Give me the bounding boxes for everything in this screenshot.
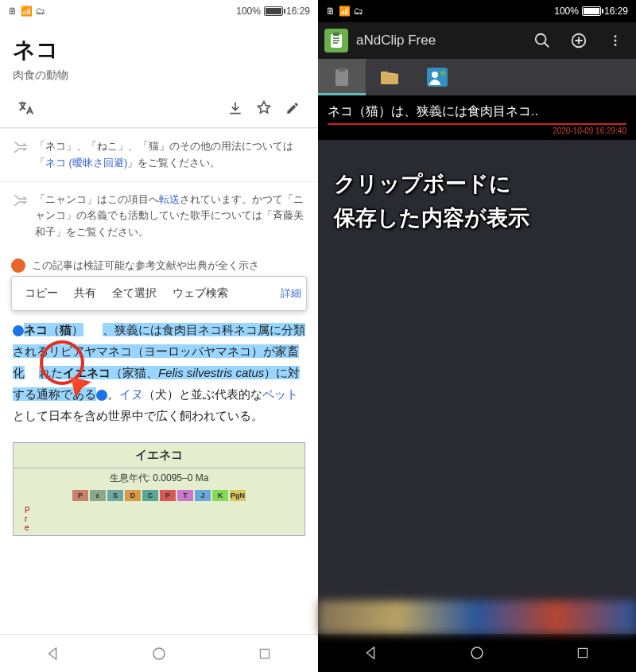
web-search-button[interactable]: ウェブ検索: [165, 283, 236, 304]
clip-text: ネコ（猫）は、狭義には食肉目ネコ..: [328, 103, 626, 120]
geo-cell: T: [177, 490, 193, 501]
search-button[interactable]: [528, 26, 556, 55]
translate-button[interactable]: [11, 94, 40, 122]
hatnote-disambig: 「ネコ」、「ねこ」、「猫」のその他の用法については「ネコ (曖昧さ回避)」をご覧…: [0, 128, 318, 181]
svg-rect-9: [335, 69, 348, 86]
back-button[interactable]: [355, 637, 387, 669]
battery-pct: 100%: [554, 6, 579, 17]
svg-point-7: [615, 40, 617, 42]
svg-point-6: [615, 35, 617, 37]
battery-icon: [582, 6, 601, 16]
detail-link[interactable]: 詳細: [281, 286, 301, 301]
geologic-timescale: PεSDCPTJKPgN: [14, 488, 304, 503]
clock: 16:29: [286, 6, 310, 17]
wifi-icon: 📶: [21, 6, 33, 17]
tab-clipboard[interactable]: [318, 59, 366, 95]
svg-rect-15: [579, 648, 588, 657]
clock: 16:29: [604, 6, 628, 17]
infobox-pre: Pre: [14, 503, 304, 535]
geo-cell: C: [142, 490, 158, 501]
warning-icon: [11, 258, 25, 273]
select-all-button[interactable]: 全て選択: [104, 283, 165, 304]
doc-icon: 🗎: [8, 6, 17, 17]
link-inu[interactable]: イヌ: [119, 387, 143, 401]
app-icon: [324, 29, 348, 52]
svg-point-13: [440, 71, 445, 76]
hatnote-text: 「ニャンコ」はこの項目へ転送されています。かつて「ニャンコ」の名義でも活動してい…: [35, 192, 307, 241]
article-toolbar: [0, 89, 318, 128]
verification-warning: この記事は検証可能な参考文献や出典が全く示さ: [0, 251, 318, 273]
warning-text: この記事は検証可能な参考文献や出典が全く示さ: [32, 258, 307, 273]
geo-cell: S: [107, 490, 123, 501]
battery-icon: [264, 6, 283, 16]
geo-cell: D: [125, 490, 141, 501]
phone-left-wikipedia: 🗎 📶 🗂 100% 16:29 ネコ 肉食の動物: [0, 0, 318, 672]
svg-point-0: [153, 648, 165, 659]
system-nav-bar: [0, 634, 318, 672]
tab-strip: [318, 59, 636, 95]
download-button[interactable]: [221, 94, 250, 122]
back-button[interactable]: [37, 638, 69, 670]
hatnote-redirect: 「ニャンコ」はこの項目へ転送されています。かつて「ニャンコ」の名義でも活動してい…: [0, 181, 318, 251]
overlay-annotation: クリップボードに 保存した内容が表示: [334, 167, 620, 235]
geo-cell: P: [160, 490, 176, 501]
app-bar: aNdClip Free: [318, 22, 636, 59]
infobox-age: 生息年代: 0.0095–0 Ma: [14, 468, 304, 488]
edit-button[interactable]: [278, 94, 307, 122]
add-button[interactable]: [564, 26, 593, 55]
home-button[interactable]: [143, 638, 175, 670]
ad-banner[interactable]: [318, 600, 636, 634]
svg-rect-3: [333, 33, 339, 36]
phone-right-andclip: 🗎 📶 🗂 100% 16:29 aNdClip Free: [318, 0, 636, 672]
disambig-link[interactable]: ネコ (曖昧さ回避): [45, 157, 127, 169]
overflow-menu-button[interactable]: [601, 26, 630, 55]
svg-rect-1: [261, 649, 270, 658]
geo-cell: PgN: [230, 490, 246, 501]
system-nav-bar: [318, 634, 636, 672]
clipboard-entry[interactable]: ネコ（猫）は、狭義には食肉目ネコ.. 2020-10-09 16:29:40: [318, 95, 636, 140]
svg-point-4: [536, 34, 546, 45]
article-header: ネコ 肉食の動物: [0, 22, 318, 89]
app-title: aNdClip Free: [356, 33, 520, 49]
doc-icon: 🗎: [326, 6, 335, 17]
copy-button[interactable]: コピー: [17, 283, 66, 304]
redirect-link[interactable]: 転送: [159, 193, 180, 205]
tab-contacts[interactable]: [413, 59, 461, 95]
article-body[interactable]: ネコ（猫）、狭義には食肉目ネコ科ネコ属に分類されるリビアヤマネコ（ヨーロッパヤマ…: [0, 311, 318, 434]
geo-cell: J: [195, 490, 211, 501]
selection-start-handle[interactable]: [13, 325, 24, 336]
svg-point-14: [471, 647, 483, 658]
status-bar: 🗎 📶 🗂 100% 16:29: [318, 0, 636, 22]
selection-end-handle[interactable]: [96, 390, 107, 401]
clip-timestamp: 2020-10-09 16:29:40: [328, 126, 626, 135]
infobox-title: イエネコ: [14, 443, 304, 468]
redirect-icon: [11, 192, 29, 241]
page-subtitle: 肉食の動物: [13, 68, 305, 83]
share-button[interactable]: 共有: [66, 283, 104, 304]
recent-button[interactable]: [567, 637, 599, 669]
battery-pct: 100%: [236, 6, 261, 17]
wifi-icon: 📶: [339, 6, 351, 17]
recent-button[interactable]: [249, 638, 281, 670]
card-icon: 🗂: [36, 6, 45, 17]
text-selection-menu: コピー 共有 全て選択 ウェブ検索 詳細: [11, 276, 307, 311]
clip-underline: [328, 123, 626, 125]
hatnote-text: 「ネコ」、「ねこ」、「猫」のその他の用法については「ネコ (曖昧さ回避)」をご覧…: [35, 138, 307, 172]
geo-cell: K: [212, 490, 228, 501]
geo-cell: ε: [90, 490, 106, 501]
home-button[interactable]: [461, 637, 493, 669]
link-pet[interactable]: ペット: [262, 387, 298, 401]
disambig-icon: [11, 138, 29, 172]
infobox: イエネコ 生息年代: 0.0095–0 Ma PεSDCPTJKPgN Pre: [13, 442, 305, 536]
card-icon: 🗂: [354, 6, 363, 17]
bookmark-button[interactable]: [250, 94, 278, 122]
status-bar: 🗎 📶 🗂 100% 16:29: [0, 0, 318, 22]
tab-folder[interactable]: [366, 59, 413, 95]
svg-point-8: [615, 44, 617, 46]
page-title: ネコ: [13, 35, 305, 65]
geo-cell: P: [72, 490, 88, 501]
svg-point-12: [432, 72, 438, 78]
svg-rect-10: [339, 68, 345, 72]
